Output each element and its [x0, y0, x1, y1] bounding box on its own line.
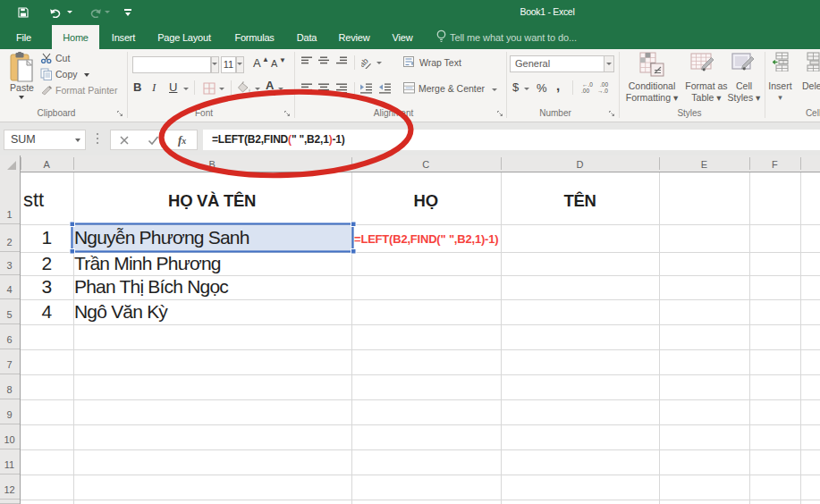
svg-text:.00: .00 [600, 81, 608, 88]
svg-text:ab: ab [361, 56, 370, 69]
svg-text:→.0: →.0 [597, 88, 608, 94]
svg-text:.00: .00 [581, 88, 589, 94]
svg-text:←.0: ←.0 [582, 81, 593, 88]
